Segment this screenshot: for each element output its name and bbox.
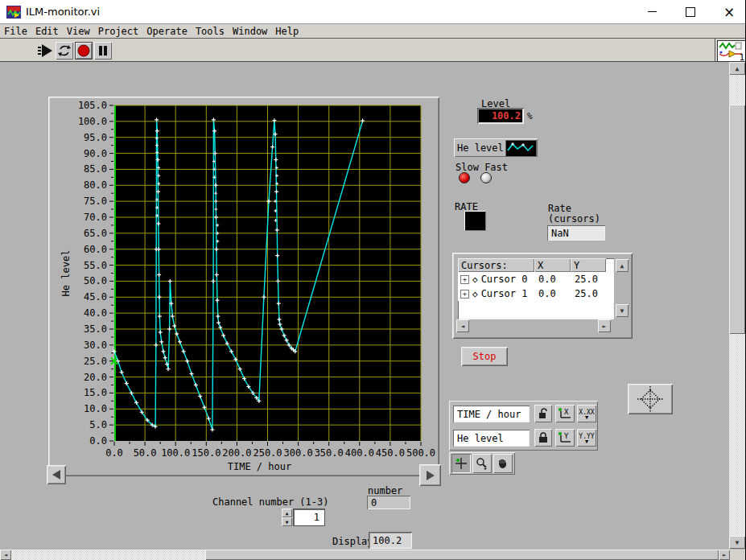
vi-titlebar-icon <box>6 6 21 19</box>
hscroll-thumb[interactable] <box>205 550 719 560</box>
cursor-list: Cursors:XY +◇Cursor 00.025.0+◇Cursor 10.… <box>458 258 614 319</box>
plot-legend[interactable]: He level <box>454 138 538 157</box>
x-autoscale-button[interactable]: X <box>555 405 575 422</box>
stop-button[interactable]: Stop <box>461 347 508 366</box>
number-display: 0 <box>367 496 410 509</box>
down-arrow-icon: ▼ <box>620 307 624 315</box>
rate-cursors-field[interactable]: NaN <box>547 225 605 241</box>
menu-item-operate[interactable]: Operate <box>142 26 192 37</box>
channel-value-field[interactable]: 1 <box>293 509 325 526</box>
y-scale-lock-button[interactable] <box>534 429 552 447</box>
expand-icon[interactable]: + <box>460 275 469 284</box>
menu-item-edit[interactable]: Edit <box>31 26 63 37</box>
x-tick-label: 100.0 <box>161 447 190 459</box>
channel-increment-button[interactable]: ▲ <box>282 509 292 517</box>
y-tick-label: 95.0 <box>84 132 107 143</box>
close-button[interactable]: × <box>715 0 743 23</box>
diamond-button[interactable] <box>628 384 673 414</box>
x-scale-name: TIME / hour <box>457 409 521 420</box>
cursor-table-headers: Cursors:XY <box>458 258 614 272</box>
window-title: ILM-monitor.vi <box>26 6 100 18</box>
cursor-header-x[interactable]: X <box>534 258 571 272</box>
y-autoscale-button[interactable]: Y <box>555 429 575 447</box>
run-continuous-button[interactable] <box>56 42 73 60</box>
cursor-y-value[interactable]: 25.0 <box>571 288 606 299</box>
scrollbar-up-button[interactable]: ▲ <box>729 62 745 75</box>
x-scale-name-field[interactable]: TIME / hour <box>453 406 530 422</box>
menu-item-view[interactable]: View <box>63 26 94 37</box>
pause-button[interactable] <box>94 42 112 60</box>
minimize-button[interactable] <box>638 0 666 23</box>
x-scale-lock-button[interactable] <box>534 405 552 422</box>
display-value: 100.2 <box>373 535 402 546</box>
scrollbar-right-button[interactable]: ► <box>719 550 730 560</box>
left-triangle-icon <box>51 469 62 480</box>
cursor-header-name[interactable]: Cursors: <box>458 258 534 272</box>
cursor-x-value[interactable]: 0.0 <box>534 274 571 285</box>
cursor-row[interactable]: +◇Cursor 10.025.0 <box>458 286 614 301</box>
expand-icon[interactable]: + <box>460 290 469 299</box>
fast-led[interactable] <box>480 172 492 183</box>
cursor-scroll-left-button[interactable]: ◄ <box>456 319 469 332</box>
abort-button[interactable] <box>75 42 93 60</box>
display-label: Display <box>332 536 373 547</box>
diamond-icon <box>634 385 666 414</box>
scrollbar-down-button[interactable]: ▼ <box>729 536 745 549</box>
y-tick-label: 80.0 <box>84 179 107 191</box>
dropdown-arrow-icon: ▼ <box>585 416 588 419</box>
palette-pan-tool-button[interactable] <box>493 454 513 473</box>
dropdown-arrow-icon: ▼ <box>585 440 588 443</box>
toolbar-separator <box>715 39 715 61</box>
cursor-scroll-down-button[interactable]: ▼ <box>616 304 629 317</box>
down-arrow-icon: ▼ <box>286 519 289 525</box>
cursor-x-value[interactable]: 0.0 <box>534 288 571 299</box>
y-tick-label: 75.0 <box>84 196 107 207</box>
rate-indicator[interactable] <box>464 211 485 230</box>
y-scale-name-field[interactable]: He level <box>453 430 530 447</box>
scrollbar-corner <box>730 550 746 560</box>
run-button[interactable] <box>37 42 55 60</box>
menu-item-window[interactable]: Window <box>229 26 271 37</box>
channel-decrement-button[interactable]: ▼ <box>282 517 292 526</box>
y-axis-title: He level <box>60 250 72 297</box>
down-arrow-icon: ▼ <box>736 539 740 546</box>
slow-led[interactable] <box>459 172 470 183</box>
menu-item-project[interactable]: Project <box>94 26 143 37</box>
title-bar: ILM-monitor.vi × <box>0 0 746 24</box>
x-tick-label: 150.0 <box>192 447 221 459</box>
menu-item-file[interactable]: File <box>0 26 31 37</box>
x-format-button[interactable]: X.XX ▼ <box>577 405 596 422</box>
vi-logo[interactable]: 1 <box>717 40 746 62</box>
cursor-scroll-right-button[interactable]: ► <box>598 319 611 332</box>
left-arrow-icon: ◄ <box>461 323 465 330</box>
vertical-scrollbar: ▲ ▼ <box>729 62 745 550</box>
vscroll-thumb[interactable] <box>729 105 745 334</box>
waveform-chart[interactable]: 0.05.010.015.020.025.030.035.040.045.050… <box>48 97 439 476</box>
x-tick-label: 50.0 <box>134 447 157 459</box>
level-display: 100.2 <box>477 108 524 124</box>
display-field[interactable]: 100.2 <box>369 532 412 549</box>
y-tick-label: 65.0 <box>84 228 107 239</box>
menu-bar: FileEditViewProjectOperateToolsWindowHel… <box>0 24 746 39</box>
cursor-scroll-up-button[interactable]: ▲ <box>616 259 629 272</box>
up-arrow-icon: ▲ <box>736 65 740 72</box>
chart-scroll-left-button[interactable] <box>47 465 66 484</box>
plot-legend-swatch[interactable] <box>505 140 537 157</box>
level-value: 100.2 <box>492 110 521 121</box>
palette-cursor-tool-button[interactable] <box>451 454 471 473</box>
cursor-header-y[interactable]: Y <box>571 258 606 272</box>
cursor-row[interactable]: +◇Cursor 00.025.0 <box>458 272 614 286</box>
y-autoscale-icon: Y <box>558 431 572 444</box>
palette-zoom-tool-button[interactable] <box>472 454 492 473</box>
x-axis-title: TIME / hour <box>228 461 291 472</box>
menu-item-help[interactable]: Help <box>271 26 303 37</box>
maximize-button[interactable] <box>677 0 704 23</box>
cursor-diamond-icon: ◇ <box>472 289 478 299</box>
menu-item-tools[interactable]: Tools <box>192 26 229 37</box>
y-format-button[interactable]: Y.YY ▼ <box>577 429 596 447</box>
chart-scroll-right-button[interactable] <box>419 464 441 486</box>
x-tick-label: 500.0 <box>406 447 435 459</box>
cursor-y-value[interactable]: 25.0 <box>571 274 606 285</box>
run-arrow-icon <box>37 42 55 60</box>
scrollbar-left-button[interactable]: ◄ <box>0 550 11 560</box>
